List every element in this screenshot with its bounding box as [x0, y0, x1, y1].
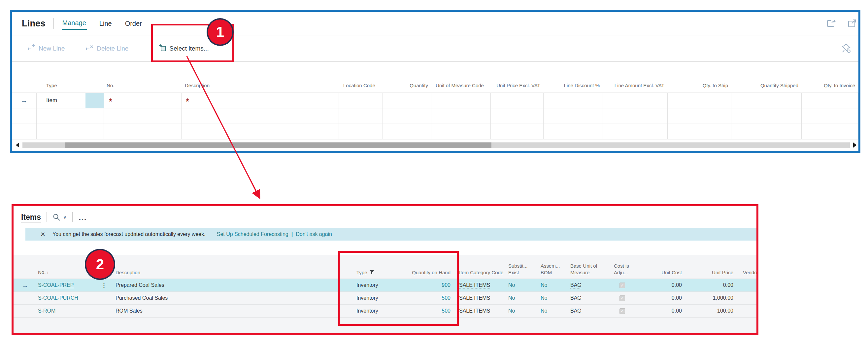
- substitutes-exist-cell[interactable]: No: [506, 282, 539, 288]
- item-category-value[interactable]: SALE ITEMS: [459, 282, 490, 288]
- column-header-unit-of-measure-code[interactable]: Unit of Measure Code: [431, 82, 491, 89]
- no-cell[interactable]: S-COAL-PURCH: [36, 295, 101, 301]
- line-amount-cell[interactable]: [603, 124, 668, 139]
- uom-cell[interactable]: [431, 108, 491, 124]
- row-options-icon[interactable]: [101, 283, 107, 288]
- substitutes-exist-cell[interactable]: No: [506, 295, 539, 301]
- no-cell[interactable]: S-COAL-PREP: [36, 282, 101, 288]
- column-header-description[interactable]: Description: [114, 269, 353, 276]
- item-no-link[interactable]: S-COAL-PURCH: [38, 295, 78, 301]
- assembly-bom-value[interactable]: No: [540, 295, 547, 301]
- unit-price-cell[interactable]: [491, 108, 544, 124]
- line-discount-cell[interactable]: [544, 108, 603, 124]
- share-icon[interactable]: [827, 19, 836, 28]
- column-header-description[interactable]: Description: [182, 82, 339, 89]
- qty-to-ship-cell[interactable]: [668, 124, 732, 139]
- quantity-cell[interactable]: [383, 93, 431, 108]
- scroll-right-icon[interactable]: [853, 142, 857, 148]
- column-header-vendor[interactable]: Vendor: [735, 269, 756, 276]
- description-cell[interactable]: [182, 108, 339, 124]
- unit-price-cell[interactable]: [491, 124, 544, 139]
- horizontal-scrollbar[interactable]: [12, 139, 859, 151]
- row-selector-cell[interactable]: [12, 124, 37, 139]
- column-header-unit-price[interactable]: Unit Price Excl. VAT: [491, 82, 544, 89]
- quantity-shipped-cell[interactable]: [732, 124, 802, 139]
- type-cell[interactable]: [37, 108, 104, 124]
- column-header-quantity-shipped[interactable]: Quantity Shipped: [732, 82, 802, 89]
- base-unit-of-measure-cell[interactable]: BAG: [569, 308, 612, 314]
- unit-price-cell[interactable]: [491, 93, 544, 108]
- substitutes-exist-value[interactable]: No: [508, 295, 515, 301]
- item-category-cell[interactable]: SALE ITEMS: [452, 308, 506, 314]
- scrollbar-thumb[interactable]: [65, 142, 491, 148]
- tab-manage[interactable]: Manage: [62, 17, 87, 30]
- no-cell[interactable]: [104, 124, 182, 139]
- assembly-bom-cell[interactable]: No: [539, 308, 569, 314]
- uom-cell[interactable]: [431, 124, 491, 139]
- qty-to-ship-cell[interactable]: [668, 93, 732, 108]
- row-selector-cell[interactable]: [13, 281, 36, 289]
- tab-order[interactable]: Order: [124, 18, 143, 29]
- item-category-cell[interactable]: SALE ITEMS: [452, 282, 506, 288]
- location-code-cell[interactable]: [339, 124, 383, 139]
- popout-icon[interactable]: [847, 19, 857, 28]
- qty-to-invoice-cell[interactable]: [802, 108, 859, 124]
- row-selector-cell[interactable]: [12, 108, 37, 124]
- quantity-shipped-cell[interactable]: [732, 108, 802, 124]
- items-title[interactable]: Items: [21, 213, 41, 222]
- column-header-quantity[interactable]: Quantity: [383, 82, 431, 89]
- column-header-line-amount[interactable]: Line Amount Excl. VAT: [603, 82, 668, 89]
- no-cell[interactable]: [104, 108, 182, 124]
- base-unit-of-measure-cell[interactable]: BAG: [569, 282, 612, 288]
- item-no-link[interactable]: S-COAL-PREP: [38, 282, 73, 288]
- qty-to-invoice-cell[interactable]: [802, 124, 859, 139]
- description-cell[interactable]: [182, 124, 339, 139]
- row-selector-cell[interactable]: [12, 93, 37, 108]
- substitutes-exist-value[interactable]: No: [508, 308, 515, 314]
- line-discount-cell[interactable]: [544, 124, 603, 139]
- column-header-substitutes-exist[interactable]: Substit... Exist: [506, 263, 539, 276]
- chevron-down-icon[interactable]: [63, 214, 67, 220]
- setup-forecasting-link[interactable]: Set Up Scheduled Forecasting: [217, 231, 288, 237]
- row-menu-cell[interactable]: [101, 282, 114, 289]
- column-header-line-discount[interactable]: Line Discount %: [544, 82, 603, 89]
- new-line-button[interactable]: New Line: [28, 44, 65, 53]
- column-header-unit-price[interactable]: Unit Price: [683, 269, 735, 276]
- assembly-bom-cell[interactable]: No: [539, 295, 569, 301]
- delete-line-button[interactable]: Delete Line: [86, 44, 128, 53]
- quantity-cell[interactable]: [383, 108, 431, 124]
- column-header-location-code[interactable]: Location Code: [339, 82, 383, 89]
- column-header-base-unit-of-measure[interactable]: Base Unit of Measure: [569, 263, 612, 276]
- base-unit-of-measure-cell[interactable]: BAG: [569, 295, 612, 301]
- column-header-cost-is-adjusted[interactable]: Cost is Adju...: [612, 263, 637, 276]
- more-options-icon[interactable]: [78, 212, 88, 222]
- no-cell[interactable]: *: [104, 93, 182, 108]
- column-header-item-category-code[interactable]: Item Category Code: [452, 269, 506, 276]
- search-icon[interactable]: [53, 213, 61, 221]
- substitutes-exist-value[interactable]: No: [508, 282, 515, 288]
- assembly-bom-value[interactable]: No: [540, 308, 547, 314]
- quantity-cell[interactable]: [383, 124, 431, 139]
- line-amount-cell[interactable]: [603, 93, 668, 108]
- uom-cell[interactable]: [431, 93, 491, 108]
- item-no-link[interactable]: S-ROM: [38, 308, 56, 314]
- qty-to-ship-cell[interactable]: [668, 108, 732, 124]
- assembly-bom-value[interactable]: No: [540, 282, 547, 288]
- description-cell[interactable]: *: [182, 93, 339, 108]
- type-cell[interactable]: Item: [37, 93, 104, 108]
- column-header-no[interactable]: No.: [104, 82, 182, 89]
- column-header-qty-to-invoice[interactable]: Qty. to Invoice: [802, 82, 859, 89]
- tab-line[interactable]: Line: [99, 18, 113, 29]
- line-amount-cell[interactable]: [603, 108, 668, 124]
- column-header-assembly-bom[interactable]: Assem... BOM: [539, 263, 569, 276]
- close-icon[interactable]: [40, 230, 45, 239]
- location-code-cell[interactable]: [339, 93, 383, 108]
- item-category-cell[interactable]: SALE ITEMS: [452, 295, 506, 301]
- substitutes-exist-cell[interactable]: No: [506, 308, 539, 314]
- assembly-bom-cell[interactable]: No: [539, 282, 569, 288]
- location-code-cell[interactable]: [339, 108, 383, 124]
- type-cell[interactable]: [37, 124, 104, 139]
- column-header-qty-to-ship[interactable]: Qty. to Ship: [668, 82, 732, 89]
- column-header-unit-cost[interactable]: Unit Cost: [637, 269, 683, 276]
- dont-ask-again-link[interactable]: Don't ask again: [296, 231, 332, 237]
